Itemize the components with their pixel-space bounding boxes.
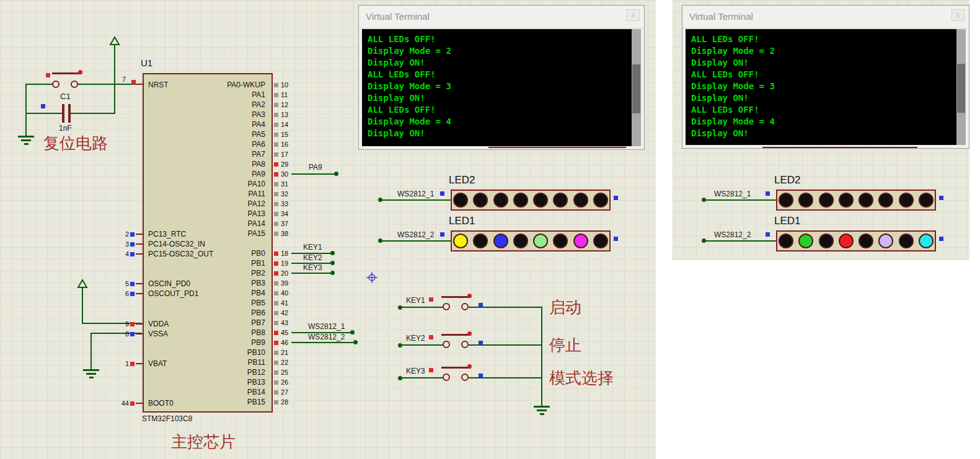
pin-state-indicator	[130, 401, 135, 406]
pin-name: PA2	[143, 100, 269, 109]
wire	[291, 173, 336, 175]
chip-pin-row: PB1528	[143, 397, 322, 407]
scrollbar-thumb[interactable]	[632, 64, 640, 113]
key-row: KEY2 停止	[397, 334, 663, 359]
ws2812-led-strip[interactable]	[776, 230, 936, 251]
led	[919, 193, 934, 208]
wire	[114, 57, 115, 114]
chip-pin-row: PB1021	[143, 348, 322, 357]
chip-pin-row: PB743	[143, 318, 322, 328]
pin-number: 37	[281, 220, 288, 227]
terminal-line: Display ON!	[368, 92, 626, 104]
pin-number: 3	[117, 240, 129, 248]
key-button[interactable]	[440, 331, 476, 355]
led	[473, 234, 488, 248]
wire	[704, 240, 776, 242]
ws2812-led-strip[interactable]	[451, 230, 611, 251]
key-button[interactable]	[440, 364, 476, 388]
scrollbar-thumb[interactable]	[957, 64, 965, 113]
terminal-line: ALL LEDs OFF!	[368, 69, 626, 81]
key-function-annotation: 模式选择	[549, 367, 614, 389]
pin-state-indicator	[130, 292, 135, 296]
pin-number: 6	[117, 290, 129, 297]
net-label: KEY3	[406, 367, 425, 375]
pin-number: 33	[281, 200, 288, 208]
scrollbar[interactable]	[956, 29, 966, 145]
key-function-annotation: 停止	[549, 334, 581, 356]
button-terminal	[52, 81, 60, 88]
pin-state-indicator	[274, 271, 278, 276]
capacitor	[68, 104, 71, 123]
wire	[541, 307, 542, 401]
key-button[interactable]	[440, 294, 476, 317]
window-titlebar[interactable]: Virtual Terminal	[682, 6, 969, 28]
chip-pin-row: 3PC14-OSC32_IN	[117, 240, 205, 248]
wire	[82, 300, 83, 323]
pin-state-indicator	[274, 142, 278, 147]
pin-name: PB7	[143, 318, 269, 327]
chip-pin-row: PA717	[143, 149, 322, 159]
terminal-line: Display ON!	[691, 57, 951, 69]
pin-number: 45	[281, 329, 288, 336]
button-terminal	[71, 81, 78, 88]
pin-state-indicator	[274, 202, 278, 206]
net-label: KEY1	[303, 243, 322, 251]
led-strip-title: LED1	[774, 215, 801, 227]
pin-number: 13	[281, 111, 288, 118]
pin-state-indicator	[274, 291, 278, 295]
pin-name: PB13	[143, 378, 269, 387]
window-title: Virtual Terminal	[366, 11, 430, 22]
chip-pin-row: PA212	[143, 100, 322, 110]
chip-pin-row: PB1225	[143, 367, 322, 377]
pin-name: PB5	[143, 299, 269, 307]
pin-name: PA6	[143, 140, 269, 149]
pin-state-indicator	[131, 80, 136, 84]
capacitor[interactable]	[62, 104, 64, 123]
net-label: WS2812_1	[714, 190, 751, 198]
pin-state-indicator	[274, 351, 278, 355]
close-button[interactable]: x	[951, 9, 965, 21]
led	[553, 193, 568, 208]
window-titlebar[interactable]: Virtual Terminal	[359, 6, 644, 28]
led	[859, 193, 873, 208]
pin-number: 26	[281, 378, 288, 386]
close-button[interactable]: x	[627, 9, 640, 21]
led	[819, 193, 834, 208]
pin-state-indicator	[274, 261, 278, 266]
ws2812-led-strip[interactable]	[776, 190, 936, 211]
cursor-crosshair-icon	[366, 272, 377, 283]
pin-name: PA5	[143, 130, 269, 139]
pin-name: PB3	[143, 279, 269, 287]
pin-name: PA12	[143, 199, 269, 208]
button-actuator	[441, 367, 471, 369]
chip-pin-row: PB440	[143, 288, 322, 298]
junction-dot	[350, 330, 355, 334]
led	[878, 193, 893, 208]
wire	[380, 199, 451, 201]
chip-reference: U1	[141, 58, 152, 68]
scrollbar[interactable]	[632, 29, 641, 146]
terminal-screen: ALL LEDs OFF! Display Mode = 2 Display O…	[686, 29, 966, 145]
state-indicator	[46, 73, 50, 77]
chip-pin-row: PA1437	[143, 219, 322, 229]
pin-name: PA13	[143, 209, 269, 218]
state-indicator	[939, 196, 943, 200]
button-contact-dot	[467, 294, 472, 298]
pin-number: 19	[281, 260, 288, 267]
button-actuator	[52, 72, 82, 74]
terminal-line: Display Mode = 4	[368, 116, 626, 128]
pin-name: PB9	[143, 338, 269, 347]
net-label: WS2812_1	[308, 322, 345, 331]
terminal-line: ALL LEDs OFF!	[691, 104, 951, 116]
pin-name: PB12	[143, 368, 269, 377]
pin-number: 2	[117, 230, 129, 238]
led	[493, 193, 508, 208]
junction-dot	[334, 172, 338, 176]
pin-name: PA3	[143, 110, 269, 119]
pin-name: PA10	[143, 180, 269, 188]
pin-number: 18	[281, 250, 288, 257]
pin-number: 4	[117, 250, 129, 258]
reset-button[interactable]	[51, 68, 87, 90]
ws2812-led-strip[interactable]	[451, 190, 611, 211]
chip-pin-row: PA829	[143, 159, 322, 169]
